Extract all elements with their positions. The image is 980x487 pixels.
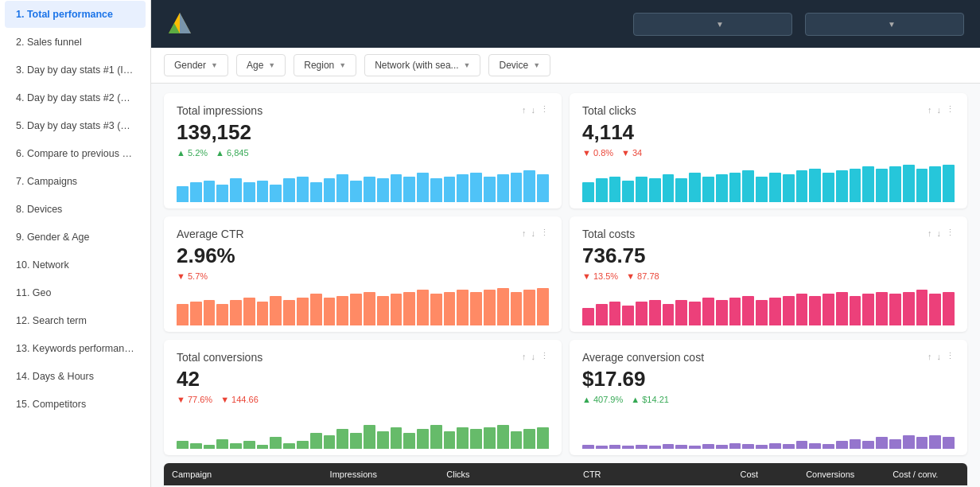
filter-arrow-icon: ▼ [533,61,540,69]
filter-region[interactable]: Region▼ [294,54,356,76]
metric-sort-down-icon[interactable]: ↓ [531,105,536,115]
metric-value-conversions: 42 [177,367,549,392]
filter-arrow-icon: ▼ [339,61,346,69]
sidebar: 1. Total performance2. Sales funnel3. Da… [0,0,151,487]
metric-chart-conversions [177,409,549,449]
metric-chart-conv_cost [582,409,955,449]
filter-network-(with-sea...[interactable]: Network (with sea...▼ [364,54,480,76]
table-header-cost[interactable]: Cost [732,463,798,485]
filter-age[interactable]: Age▼ [236,54,286,76]
metric-sort-down-icon[interactable]: ↓ [937,228,942,238]
campaign-dropdown[interactable]: ▼ [633,13,792,36]
metric-card-conversions: Total conversions ↑ ↓ ⋮ 42 77.6%144.66 [164,340,562,455]
metric-badge-1: 5.7% [177,271,208,281]
campaign-dropdown-arrow-icon: ▼ [716,20,780,29]
metric-card-costs: Total costs ↑ ↓ ⋮ 736.75 13.5%87.78 [570,216,967,332]
svg-marker-1 [180,13,191,33]
sidebar-item-13[interactable]: 13. Keywords performance [5,335,146,362]
metric-badge-2: 87.78 [626,271,659,281]
metric-sort-down-icon[interactable]: ↓ [531,352,536,361]
sidebar-item-14[interactable]: 14. Days & Hours [5,363,146,390]
metric-badge-2: 34 [621,148,642,158]
metric-sort-up-icon[interactable]: ↑ [522,352,527,361]
metric-more-icon[interactable]: ⋮ [946,351,955,361]
metric-value-impressions: 139,152 [177,120,549,145]
sidebar-item-2[interactable]: 2. Sales funnel [5,29,146,56]
metric-sort-up-icon[interactable]: ↑ [928,228,932,238]
metric-badge-1: 407.9% [582,395,623,404]
metric-badge-1: 77.6% [177,395,212,404]
sidebar-item-15[interactable]: 15. Competitors [5,391,146,418]
metrics-grid: Total impressions ↑ ↓ ⋮ 139,152 5.2%6,84… [164,93,967,455]
sidebar-item-1[interactable]: 1. Total performance [5,1,146,28]
sidebar-item-8[interactable]: 8. Devices [5,196,146,223]
sidebar-item-5[interactable]: 5. Day by day stats #3 (Trend) [5,112,146,139]
table-header-impressions[interactable]: Impressions [322,463,439,485]
metric-more-icon[interactable]: ⋮ [540,351,549,361]
metric-title-impressions: Total impressions [177,104,262,117]
metric-chart-impressions [177,162,549,202]
table-header-clicks[interactable]: Clicks [438,463,575,485]
metric-sort-down-icon[interactable]: ↓ [937,105,942,115]
sidebar-item-3[interactable]: 3. Day by day stats #1 (Impre... [5,56,146,84]
filter-arrow-icon: ▼ [464,61,471,69]
metric-chart-ctr [177,286,549,325]
sidebar-item-11[interactable]: 11. Geo [5,279,146,306]
metric-more-icon[interactable]: ⋮ [946,104,955,115]
filter-bar: Gender▼Age▼Region▼Network (with sea...▼D… [151,48,980,84]
metric-value-conv_cost: $17.69 [582,367,955,392]
sidebar-collapse-button[interactable] [0,471,150,487]
content-area: Total impressions ↑ ↓ ⋮ 139,152 5.2%6,84… [151,84,980,487]
filter-arrow-icon: ▼ [268,61,275,69]
metric-sort-up-icon[interactable]: ↑ [522,228,527,238]
metric-more-icon[interactable]: ⋮ [946,228,955,238]
metric-value-ctr: 2.96% [177,243,549,268]
header: ▼ ▼ [151,0,980,48]
metric-badge-2: $14.21 [631,395,669,404]
filter-device[interactable]: Device▼ [488,54,550,76]
table-header-campaign[interactable]: Campaign [164,463,322,485]
sidebar-item-6[interactable]: 6. Compare to previous peri... [5,140,146,167]
campaigns-table-section: CampaignImpressionsClicksCTRCostConversi… [164,463,967,487]
sidebar-item-4[interactable]: 4. Day by day stats #2 (Conv... [5,84,146,111]
metric-more-icon[interactable]: ⋮ [540,104,549,115]
metric-card-conv_cost: Average conversion cost ↑ ↓ ⋮ $17.69 407… [570,340,967,455]
metric-card-impressions: Total impressions ↑ ↓ ⋮ 139,152 5.2%6,84… [164,93,562,208]
table-header-ctr[interactable]: CTR [575,463,733,485]
metric-value-costs: 736.75 [582,243,955,268]
metric-badge-1: 13.5% [582,271,618,281]
main-content: ▼ ▼ Gender▼Age▼Region▼Network (with sea.… [151,0,980,487]
google-ads-logo-icon [167,11,192,37]
metric-value-clicks: 4,114 [582,120,955,145]
metric-badge-1: 5.2% [177,148,208,158]
table-header-cost-/-conv.[interactable]: Cost / conv. [885,463,967,485]
metric-card-ctr: Average CTR ↑ ↓ ⋮ 2.96% 5.7% [164,216,562,332]
filter-arrow-icon: ▼ [211,61,218,69]
metric-chart-costs [582,286,955,325]
sidebar-item-12[interactable]: 12. Search term [5,307,146,334]
metric-sort-up-icon[interactable]: ↑ [928,105,932,115]
date-range-dropdown[interactable]: ▼ [805,13,964,36]
metric-chart-clicks [582,162,955,202]
metric-sort-up-icon[interactable]: ↑ [928,352,932,361]
metric-title-conversions: Total conversions [177,351,262,364]
metric-title-conv_cost: Average conversion cost [582,351,704,364]
metric-badge-1: 0.8% [582,148,613,158]
logo [167,11,192,37]
metric-card-clicks: Total clicks ↑ ↓ ⋮ 4,114 0.8%34 [570,93,967,208]
metric-title-costs: Total costs [582,228,635,240]
metric-sort-down-icon[interactable]: ↓ [937,352,942,361]
metric-sort-up-icon[interactable]: ↑ [522,105,527,115]
date-range-arrow-icon: ▼ [888,20,952,29]
metric-title-clicks: Total clicks [582,104,636,117]
filter-gender[interactable]: Gender▼ [164,54,228,76]
sidebar-item-10[interactable]: 10. Network [5,251,146,279]
metric-sort-down-icon[interactable]: ↓ [531,228,536,238]
sidebar-item-9[interactable]: 9. Gender & Age [5,224,146,251]
metric-badge-2: 144.66 [220,395,259,404]
sidebar-item-7[interactable]: 7. Campaigns [5,168,146,195]
metric-badge-2: 6,845 [216,148,248,158]
metric-more-icon[interactable]: ⋮ [540,228,549,238]
campaigns-table: CampaignImpressionsClicksCTRCostConversi… [164,463,967,487]
table-header-conversions[interactable]: Conversions [798,463,885,485]
